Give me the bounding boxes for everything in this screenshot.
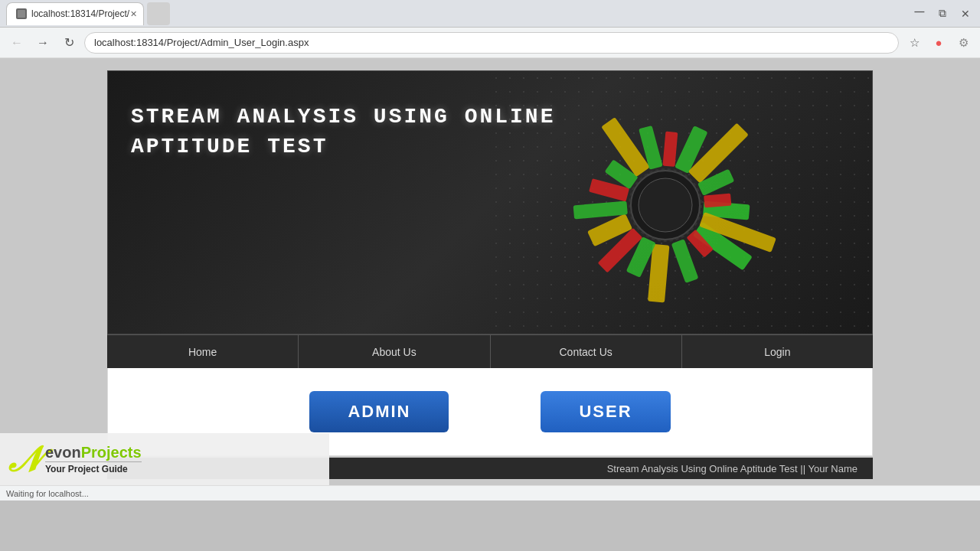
tab-favicon-icon — [16, 8, 27, 19]
forward-button[interactable]: → — [32, 32, 54, 54]
nav-login[interactable]: Login — [682, 335, 873, 368]
brand-part1: evon — [45, 444, 81, 461]
brand-part2: Projects — [81, 444, 142, 461]
banner: STREAM ANALYSIS USING ONLINE APTITUDE TE… — [107, 70, 873, 334]
bookmark-star-icon[interactable]: ☆ — [903, 32, 925, 54]
nav-about[interactable]: About Us — [299, 335, 490, 368]
refresh-button[interactable]: ↻ — [58, 32, 80, 54]
url-text: localhost:18314/Project/Admin_User_Login… — [94, 37, 309, 48]
extensions-icon[interactable]: ⚙ — [952, 32, 974, 54]
banner-title-line1: STREAM ANALYSIS USING ONLINE — [131, 102, 555, 132]
watermark-brand: evonProjects — [45, 444, 142, 461]
nav-home[interactable]: Home — [107, 335, 299, 368]
window-close-button[interactable]: ✕ — [957, 5, 974, 22]
watermark-text: evonProjects Your Project Guide — [45, 444, 142, 474]
new-tab-area[interactable] — [147, 2, 170, 25]
footer-text: Stream Analysis Using Online Aptitude Te… — [607, 463, 858, 474]
window-controls: ─ ⧉ ✕ — [911, 5, 974, 22]
watermark: 𝒩 evonProjects Your Project Guide — [0, 433, 329, 485]
browser-titlebar: localhost:18314/Project/ ✕ ─ ⧉ ✕ — [0, 0, 980, 28]
navbar: Home About Us Contact Us Login — [107, 334, 873, 368]
svg-point-2 — [639, 178, 692, 232]
radial-chart — [520, 86, 811, 324]
window-minimize-button[interactable]: ─ — [911, 5, 928, 22]
address-bar[interactable]: localhost:18314/Project/Admin_User_Login… — [84, 32, 899, 54]
browser-chrome: localhost:18314/Project/ ✕ ─ ⧉ ✕ ← → ↻ l… — [0, 0, 980, 58]
watermark-subtitle: Your Project Guide — [45, 461, 142, 474]
banner-title: STREAM ANALYSIS USING ONLINE APTITUDE TE… — [131, 102, 555, 161]
main-content: STREAM ANALYSIS USING ONLINE APTITUDE TE… — [107, 70, 873, 479]
status-text: Waiting for localhost... — [6, 489, 89, 498]
user-button[interactable]: USER — [541, 391, 670, 432]
watermark-logo: 𝒩 — [9, 442, 38, 477]
status-bar: Waiting for localhost... — [0, 485, 980, 500]
svg-rect-0 — [18, 10, 25, 18]
svg-rect-17 — [662, 132, 678, 167]
chart-container — [520, 86, 811, 324]
browser-tab[interactable]: localhost:18314/Project/ ✕ — [6, 2, 144, 25]
tab-close-icon[interactable]: ✕ — [130, 9, 137, 19]
admin-button[interactable]: ADMIN — [309, 391, 449, 432]
back-button[interactable]: ← — [6, 32, 28, 54]
firefox-icon: ● — [928, 32, 949, 54]
nav-contact[interactable]: Contact Us — [491, 335, 682, 368]
svg-rect-21 — [704, 194, 731, 208]
toolbar-icons: ☆ ● ⚙ — [903, 32, 974, 54]
window-restore-button[interactable]: ⧉ — [934, 5, 951, 22]
browser-toolbar: ← → ↻ localhost:18314/Project/Admin_User… — [0, 28, 980, 58]
banner-title-line2: APTITUDE TEST — [131, 132, 555, 161]
tab-title: localhost:18314/Project/ — [31, 8, 129, 19]
